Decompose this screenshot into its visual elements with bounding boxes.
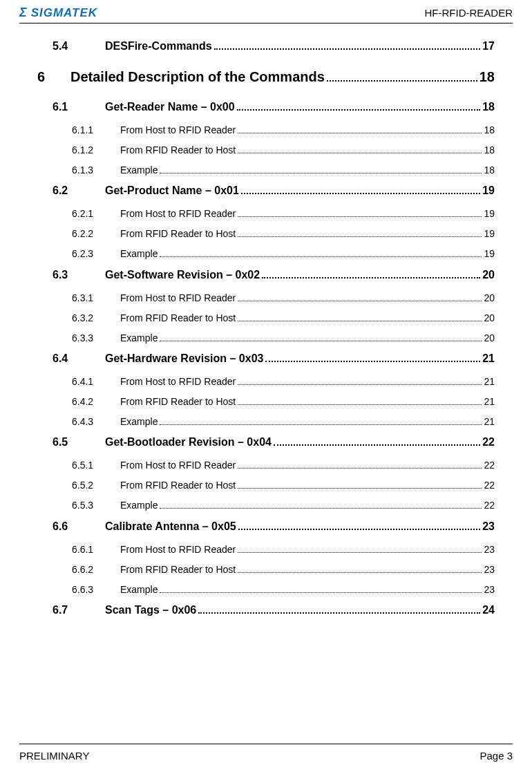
- toc-title: Get-Product Name – 0x01: [105, 185, 239, 197]
- toc-title: From RFID Reader to Host: [120, 480, 236, 491]
- toc-leader: [238, 565, 482, 573]
- toc-entry[interactable]: 6.6Calibrate Antenna – 0x0523: [37, 520, 495, 532]
- toc-leader: [160, 249, 482, 257]
- toc-title: Get-Reader Name – 0x00: [105, 101, 235, 113]
- toc-page: 17: [482, 40, 495, 53]
- toc-leader: [238, 125, 482, 133]
- toc-title: From RFID Reader to Host: [120, 144, 236, 155]
- toc-title: Example: [120, 332, 158, 343]
- toc-leader: [238, 545, 482, 553]
- toc-subentry[interactable]: 6.1.2From RFID Reader to Host18: [37, 144, 495, 155]
- toc-leader: [238, 460, 482, 469]
- header: Σ SIGMATEK HF-RFID-READER: [19, 0, 513, 23]
- toc-num: 6.2.2: [72, 228, 120, 239]
- toc-leader: [160, 417, 482, 425]
- toc-entry[interactable]: 6.2Get-Product Name – 0x0119: [37, 185, 495, 197]
- toc-entry[interactable]: 6.3Get-Software Revision – 0x0220: [37, 268, 495, 281]
- toc-title: Example: [120, 248, 158, 259]
- toc-leader: [238, 397, 482, 405]
- toc-leader: [160, 585, 482, 593]
- toc-leader: [327, 69, 477, 82]
- toc-title: From RFID Reader to Host: [120, 396, 236, 407]
- toc-leader: [238, 313, 482, 321]
- toc-num: 6.2: [53, 185, 105, 197]
- toc-subentry[interactable]: 6.3.1From Host to RFID Reader20: [37, 292, 495, 303]
- toc-num: 6.6.3: [72, 584, 120, 595]
- toc-num: 6.1.3: [72, 164, 120, 176]
- toc-num: 6.6.1: [72, 544, 120, 555]
- footer-page: Page 3: [479, 750, 513, 762]
- toc-num: 6.4: [53, 352, 105, 365]
- toc-num: 6.4.1: [72, 376, 120, 387]
- logo: Σ SIGMATEK: [19, 6, 97, 20]
- toc-title: Get-Software Revision – 0x02: [105, 269, 260, 281]
- toc-title: From Host to RFID Reader: [120, 376, 236, 387]
- toc-page: 23: [484, 544, 495, 555]
- toc-entry-5-4[interactable]: 5.4 DESFire-Commands 17: [37, 40, 495, 53]
- toc-page: 18: [479, 69, 495, 85]
- toc-title: From Host to RFID Reader: [120, 544, 236, 555]
- toc-title: Example: [120, 500, 158, 511]
- toc-entry[interactable]: 6.5Get-Bootloader Revision – 0x0422: [37, 436, 495, 449]
- toc-leader: [238, 480, 482, 489]
- toc-page: 23: [484, 584, 495, 595]
- toc-leader: [238, 520, 481, 529]
- toc-subentry[interactable]: 6.1.3Example18: [37, 164, 495, 176]
- toc-subentry[interactable]: 6.2.1From Host to RFID Reader19: [37, 208, 495, 219]
- toc-leader: [160, 333, 482, 341]
- toc-num: 6.6: [53, 520, 105, 533]
- toc-subentry[interactable]: 6.6.2From RFID Reader to Host23: [37, 564, 495, 575]
- toc-title: DESFire-Commands: [105, 40, 212, 53]
- toc-page: 22: [484, 460, 495, 471]
- toc-page: 20: [484, 312, 495, 323]
- toc-title: Get-Bootloader Revision – 0x04: [105, 436, 272, 449]
- toc-subentry[interactable]: 6.3.3Example20: [37, 332, 495, 343]
- toc-num: 6.5.2: [72, 480, 120, 491]
- toc-page: 19: [484, 248, 495, 259]
- toc-subentry[interactable]: 6.4.2From RFID Reader to Host21: [37, 396, 495, 407]
- toc-subentry[interactable]: 6.1.1From Host to RFID Reader18: [37, 124, 495, 135]
- toc-subentry[interactable]: 6.5.2From RFID Reader to Host22: [37, 480, 495, 491]
- toc-entry[interactable]: 6.7Scan Tags – 0x0624: [37, 604, 495, 616]
- toc-page: 23: [482, 520, 495, 533]
- toc-leader: [241, 185, 480, 194]
- toc-leader: [237, 100, 481, 110]
- document-id: HF-RFID-READER: [425, 7, 513, 19]
- toc-title: Example: [120, 164, 158, 176]
- toc-subentry[interactable]: 6.5.3Example22: [37, 500, 495, 511]
- toc-title: From RFID Reader to Host: [120, 228, 236, 239]
- toc-subentry[interactable]: 6.4.1From Host to RFID Reader21: [37, 376, 495, 387]
- toc-subentry[interactable]: 6.4.3Example21: [37, 416, 495, 427]
- toc-entry[interactable]: 6.1Get-Reader Name – 0x0018: [37, 100, 495, 113]
- toc-subentry[interactable]: 6.2.2From RFID Reader to Host19: [37, 228, 495, 239]
- toc-leader: [238, 377, 482, 385]
- toc-num: 6.7: [53, 604, 105, 616]
- toc-page: 19: [484, 228, 495, 239]
- toc-num: 6: [37, 69, 70, 85]
- toc-leader: [238, 209, 482, 217]
- toc-page: 18: [484, 164, 495, 176]
- toc-page: 18: [484, 124, 495, 135]
- toc-title: From Host to RFID Reader: [120, 460, 236, 471]
- toc-chapter-6[interactable]: 6 Detailed Description of the Commands 1…: [37, 69, 495, 85]
- toc-num: 5.4: [53, 40, 105, 53]
- toc-num: 6.6.2: [72, 564, 120, 575]
- toc-title: From Host to RFID Reader: [120, 292, 236, 303]
- toc-subentry[interactable]: 6.6.1From Host to RFID Reader23: [37, 544, 495, 555]
- toc-page: 18: [482, 101, 495, 113]
- toc-title: From Host to RFID Reader: [120, 208, 236, 219]
- toc-leader: [238, 229, 482, 237]
- toc-entry[interactable]: 6.4Get-Hardware Revision – 0x0321: [37, 352, 495, 365]
- toc-subentry[interactable]: 6.2.3Example19: [37, 248, 495, 259]
- toc-num: 6.3.3: [72, 332, 120, 343]
- toc-num: 6.5.1: [72, 460, 120, 471]
- toc-page: 22: [484, 500, 495, 511]
- toc-subentry[interactable]: 6.5.1From Host to RFID Reader22: [37, 460, 495, 471]
- toc-num: 6.3.1: [72, 292, 120, 303]
- toc-leader: [214, 40, 481, 50]
- toc-num: 6.1: [53, 101, 105, 113]
- toc-subentry[interactable]: 6.3.2From RFID Reader to Host20: [37, 312, 495, 323]
- toc-page: 21: [484, 396, 495, 407]
- toc-subentry[interactable]: 6.6.3Example23: [37, 584, 495, 595]
- toc-num: 6.5: [53, 436, 105, 449]
